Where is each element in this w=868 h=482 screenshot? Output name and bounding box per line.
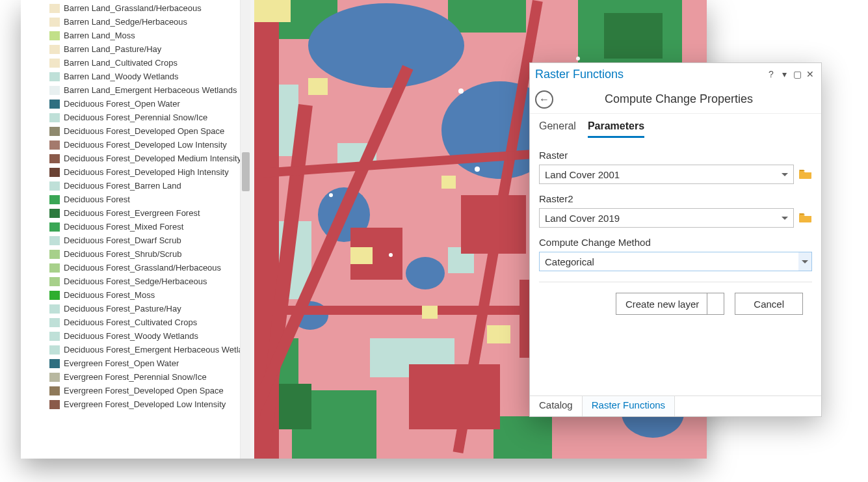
legend-list[interactable]: Barren Land_Grassland/HerbaceousBarren L…: [21, 0, 240, 459]
legend-item[interactable]: Deciduous Forest_Moss: [49, 288, 240, 302]
bottom-tab-raster-functions[interactable]: Raster Functions: [582, 396, 675, 416]
select-raster2[interactable]: Land Cover 2019: [539, 208, 794, 228]
legend-item[interactable]: Deciduous Forest_Mixed Forest: [49, 220, 240, 234]
legend-item[interactable]: Deciduous Forest: [49, 193, 240, 206]
browse-folder-icon[interactable]: [799, 213, 812, 223]
legend-item[interactable]: Deciduous Forest_Developed Open Space: [49, 124, 240, 138]
select-method-value: Categorical: [545, 256, 594, 267]
field-method: Compute Change Method Categorical: [539, 237, 812, 271]
svg-rect-41: [422, 306, 438, 319]
cancel-button[interactable]: Cancel: [735, 293, 803, 315]
label-raster2: Raster2: [539, 193, 812, 204]
svg-rect-2: [448, 0, 526, 33]
raster-functions-dialog: Raster Functions ? ▾ ▢ ✕ ← Compute Chang…: [529, 62, 822, 417]
browse-folder-icon[interactable]: [799, 169, 812, 180]
legend-scroll-thumb[interactable]: [242, 152, 250, 191]
legend-item[interactable]: Deciduous Forest_Emergent Herbaceous Wet…: [49, 343, 240, 356]
create-new-layer-button[interactable]: Create new layer: [616, 293, 724, 315]
legend-label: Deciduous Forest_Moss: [64, 288, 155, 302]
select-method[interactable]: Categorical: [539, 252, 812, 271]
legend-swatch: [49, 222, 60, 232]
legend-item[interactable]: Deciduous Forest_Open Water: [49, 97, 240, 111]
legend-item[interactable]: Deciduous Forest_Shrub/Scrub: [49, 247, 240, 261]
menu-caret-icon[interactable]: ▾: [778, 69, 790, 79]
legend-item[interactable]: Barren Land_Grassland/Herbaceous: [49, 1, 240, 15]
legend-label: Barren Land_Cultivated Crops: [64, 56, 178, 70]
legend-item[interactable]: Deciduous Forest_Barren Land: [49, 179, 240, 193]
legend-item[interactable]: Barren Land_Sedge/Herbaceous: [49, 15, 240, 29]
legend-swatch: [49, 318, 60, 327]
maximize-icon[interactable]: ▢: [791, 69, 803, 79]
legend-label: Evergreen Forest_Developed Open Space: [64, 384, 224, 397]
back-arrow-icon: ←: [539, 94, 549, 105]
legend-label: Deciduous Forest_Open Water: [64, 97, 180, 111]
legend-item[interactable]: Barren Land_Emergent Herbaceous Wetlands: [49, 83, 240, 97]
svg-point-12: [308, 3, 464, 88]
legend-swatch: [49, 195, 60, 204]
legend-item[interactable]: Deciduous Forest_Developed High Intensit…: [49, 165, 240, 179]
legend-swatch: [49, 127, 60, 136]
legend-item[interactable]: Deciduous Forest_Cultivated Crops: [49, 315, 240, 329]
legend-item[interactable]: Deciduous Forest_Pasture/Hay: [49, 302, 240, 315]
dialog-titlebar: Raster Functions ? ▾ ▢ ✕: [530, 63, 821, 85]
legend-item[interactable]: Deciduous Forest_Woody Wetlands: [49, 329, 240, 343]
legend-item[interactable]: Barren Land_Pasture/Hay: [49, 42, 240, 56]
svg-rect-36: [409, 364, 500, 429]
legend-item[interactable]: Barren Land_Cultivated Crops: [49, 56, 240, 70]
legend-item[interactable]: Evergreen Forest_Open Water: [49, 356, 240, 370]
legend-label: Deciduous Forest_Perennial Snow/Ice: [64, 111, 207, 124]
legend-item[interactable]: Deciduous Forest_Sedge/Herbaceous: [49, 274, 240, 288]
chevron-down-icon: [802, 260, 808, 263]
legend-item[interactable]: Deciduous Forest_Evergreen Forest: [49, 206, 240, 220]
legend-swatch: [49, 263, 60, 273]
legend-label: Deciduous Forest_Woody Wetlands: [64, 329, 198, 343]
legend-swatch: [49, 31, 60, 40]
legend-scrollbar[interactable]: [240, 0, 250, 459]
legend-item[interactable]: Deciduous Forest_Developed Low Intensity: [49, 138, 240, 152]
back-button[interactable]: ←: [535, 90, 553, 109]
field-raster: Raster Land Cover 2001: [539, 150, 812, 184]
legend-item[interactable]: Barren Land_Woody Wetlands: [49, 70, 240, 83]
legend-swatch: [49, 250, 60, 259]
legend-item[interactable]: Deciduous Forest_Grassland/Herbaceous: [49, 261, 240, 274]
svg-point-47: [458, 88, 464, 94]
cancel-button-label: Cancel: [754, 299, 784, 310]
legend-swatch: [49, 400, 60, 409]
close-icon[interactable]: ✕: [804, 69, 816, 79]
legend-swatch: [49, 236, 60, 245]
legend-item[interactable]: Deciduous Forest_Perennial Snow/Ice: [49, 111, 240, 124]
tab-general[interactable]: General: [539, 120, 576, 138]
legend-item[interactable]: Evergreen Forest_Developed Low Intensity: [49, 397, 240, 411]
legend-label: Deciduous Forest_Grassland/Herbaceous: [64, 261, 221, 274]
svg-point-48: [475, 167, 480, 172]
legend-swatch: [49, 72, 60, 81]
legend-item[interactable]: Evergreen Forest_Perennial Snow/Ice: [49, 370, 240, 384]
legend-label: Deciduous Forest_Developed Medium Intens…: [64, 152, 240, 165]
select-raster-value: Land Cover 2001: [545, 169, 620, 180]
legend-item[interactable]: Deciduous Forest_Dwarf Scrub: [49, 234, 240, 247]
dialog-actions: Create new layer Cancel: [539, 293, 812, 325]
legend-swatch: [49, 168, 60, 177]
legend-label: Deciduous Forest_Evergreen Forest: [64, 206, 200, 220]
legend-label: Deciduous Forest_Barren Land: [64, 179, 181, 193]
legend-item[interactable]: Deciduous Forest_Developed Medium Intens…: [49, 152, 240, 165]
tab-parameters[interactable]: Parameters: [588, 120, 644, 138]
legend-label: Barren Land_Pasture/Hay: [64, 42, 161, 56]
legend-swatch: [49, 386, 60, 395]
legend-label: Evergreen Forest_Developed Low Intensity: [64, 397, 226, 411]
svg-point-15: [406, 257, 445, 289]
select-raster[interactable]: Land Cover 2001: [539, 165, 794, 184]
dialog-body: Raster Land Cover 2001 Raster2 Land Cove…: [530, 138, 821, 395]
bottom-tab-catalog[interactable]: Catalog: [530, 396, 582, 416]
dialog-subtitle: Compute Change Properties: [560, 92, 798, 106]
legend-swatch: [49, 291, 60, 300]
legend-swatch: [49, 373, 60, 382]
legend-item[interactable]: Evergreen Forest_Developed Open Space: [49, 384, 240, 397]
legend-swatch: [49, 345, 60, 355]
dialog-subheader: ← Compute Change Properties: [530, 85, 821, 114]
legend-item[interactable]: Barren Land_Moss: [49, 29, 240, 42]
legend-swatch: [49, 154, 60, 163]
legend-swatch: [49, 86, 60, 95]
svg-rect-9: [604, 13, 663, 59]
help-icon[interactable]: ?: [765, 69, 777, 79]
